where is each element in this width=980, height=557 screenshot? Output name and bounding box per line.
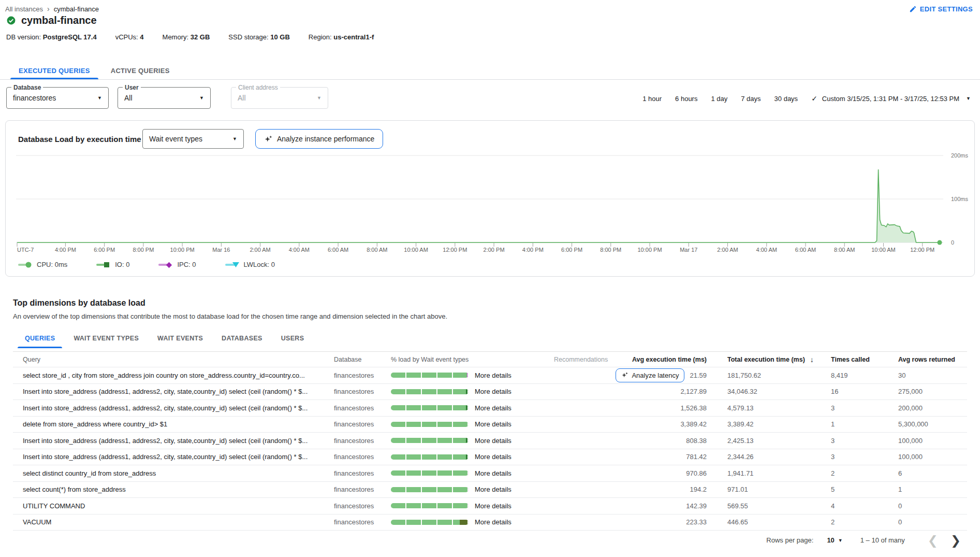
table-row[interactable]: UTILITY COMMANDfinancestoresMore details…: [13, 498, 967, 515]
table-row[interactable]: Insert into store_address (address1, add…: [13, 384, 967, 401]
column-header-avg[interactable]: Avg execution time (ms): [603, 356, 707, 363]
query-text[interactable]: VACUUM: [13, 518, 334, 526]
edit-settings-label: EDIT SETTINGS: [920, 5, 973, 13]
query-text[interactable]: Insert into store_address (address1, add…: [13, 453, 334, 461]
analyze-instance-performance-button[interactable]: Analyze instance performance: [255, 129, 383, 149]
times-called-cell: 16: [826, 388, 893, 395]
column-header-times[interactable]: Times called: [826, 356, 893, 363]
more-details-link[interactable]: More details: [475, 404, 511, 412]
next-page-button[interactable]: ❯: [944, 534, 967, 547]
x-axis-label: 4:00 PM: [512, 247, 553, 253]
more-details-link[interactable]: More details: [475, 437, 511, 445]
meta-item: Memory: 32 GB: [163, 33, 210, 41]
dimension-tab-wait-event-types[interactable]: WAIT EVENT TYPES: [64, 330, 148, 347]
more-details-link[interactable]: More details: [475, 453, 511, 461]
user-filter[interactable]: UserAll▼: [118, 87, 211, 109]
more-details-link[interactable]: More details: [475, 469, 511, 477]
time-preset-1-hour[interactable]: 1 hour: [642, 95, 662, 103]
time-preset-7-days[interactable]: 7 days: [741, 95, 760, 103]
times-called-cell: 2: [826, 469, 893, 477]
table-row[interactable]: select distinct country_id from store_ad…: [13, 465, 967, 482]
analyze-latency-button[interactable]: Analyze latency: [616, 368, 684, 382]
column-header-rows[interactable]: Avg rows returned: [893, 356, 967, 363]
table-row[interactable]: VACUUMfinancestoresMore details223.33446…: [13, 515, 967, 531]
dimension-select[interactable]: Wait event types ▼: [142, 129, 244, 149]
query-text[interactable]: select count(*) from store_address: [13, 485, 334, 493]
total-execution-time-cell: 34,046.32: [707, 388, 826, 395]
time-preset-6-hours[interactable]: 6 hours: [675, 95, 697, 103]
chevron-down-icon: ▼: [97, 95, 102, 101]
total-execution-time-cell: 2,425.13: [707, 437, 826, 445]
total-execution-time-cell: 3,389.42: [707, 420, 826, 428]
avg-rows-returned-cell: 5,300,000: [893, 420, 967, 428]
query-text[interactable]: Insert into store_address (address1, add…: [13, 437, 334, 445]
query-text[interactable]: select distinct country_id from store_ad…: [13, 469, 334, 477]
avg-execution-time-cell: 142.39: [603, 502, 707, 510]
tab-executed-queries[interactable]: EXECUTED QUERIES: [8, 62, 100, 79]
table-row[interactable]: delete from store_address where country_…: [13, 417, 967, 433]
more-details-link[interactable]: More details: [475, 485, 511, 493]
database-name: financestores: [334, 485, 391, 493]
load-cell: More details: [391, 437, 554, 445]
filters-row: 1 hour6 hours1 day7 days30 days✓Custom 3…: [0, 83, 980, 114]
times-called-cell: 4: [826, 502, 893, 510]
custom-time-range[interactable]: ✓Custom 3/15/25, 1:31 PM - 3/17/25, 12:5…: [811, 94, 971, 103]
query-text[interactable]: select store_id , city from store_addres…: [13, 372, 334, 379]
query-text[interactable]: Insert into store_address (address1, add…: [13, 388, 334, 395]
avg-execution-time-cell: 2,127.89: [603, 388, 707, 395]
avg-rows-returned-cell: 100,000: [893, 453, 967, 461]
previous-page-button[interactable]: ❮: [922, 534, 944, 547]
table-row[interactable]: Insert into store_address (address1, add…: [13, 433, 967, 449]
table-row[interactable]: Insert into store_address (address1, add…: [13, 400, 967, 417]
x-axis-label: 6:00 AM: [317, 247, 359, 253]
database-load-chart[interactable]: [16, 147, 943, 248]
database-filter[interactable]: Databasefinancestores▼: [6, 87, 109, 109]
database-name: financestores: [334, 502, 391, 510]
rows-per-page-label: Rows per page:: [766, 536, 813, 544]
column-header-total[interactable]: Total execution time (ms)↓: [707, 355, 826, 364]
instance-meta: DB version: PostgreSQL 17.4vCPUs: 4Memor…: [6, 33, 374, 41]
load-chart-title: Database Load by execution time: [18, 135, 142, 144]
meta-item: vCPUs: 4: [115, 33, 144, 41]
x-axis-label: 8:00 PM: [590, 247, 632, 253]
dimension-tab-queries[interactable]: QUERIES: [16, 330, 64, 347]
y-axis-label: 0: [951, 239, 975, 246]
query-text[interactable]: UTILITY COMMAND: [13, 502, 334, 510]
table-header-row: QueryDatabase% load by Wait event typesR…: [13, 352, 967, 367]
load-cell: More details: [391, 469, 554, 477]
load-bar: [391, 438, 469, 443]
dimension-tab-users[interactable]: USERS: [272, 330, 314, 347]
x-axis-label: 12:00 PM: [902, 247, 943, 253]
x-axis-label: 2:00 AM: [707, 247, 749, 253]
table-row[interactable]: select count(*) from store_addressfinanc…: [13, 482, 967, 498]
spark-icon: [264, 135, 273, 144]
more-details-link[interactable]: More details: [475, 420, 511, 428]
time-preset-1-day[interactable]: 1 day: [711, 95, 727, 103]
io-series-icon: [96, 261, 110, 268]
dimension-tab-wait-events[interactable]: WAIT EVENTS: [148, 330, 212, 347]
load-cell: More details: [391, 485, 554, 493]
table-row[interactable]: Insert into store_address (address1, add…: [13, 449, 967, 466]
table-row[interactable]: select store_id , city from store_addres…: [13, 367, 967, 384]
query-text[interactable]: Insert into store_address (address1, add…: [13, 404, 334, 412]
rows-per-page-select[interactable]: 10 ▼: [827, 536, 842, 544]
breadcrumb-all-instances[interactable]: All instances: [5, 5, 43, 13]
load-bar: [391, 454, 469, 460]
database-name: financestores: [334, 404, 391, 412]
query-text[interactable]: delete from store_address where country_…: [13, 420, 334, 428]
dimension-tab-databases[interactable]: DATABASES: [212, 330, 272, 347]
total-execution-time-cell: 1,941.71: [707, 469, 826, 477]
x-axis-label: 10:00 PM: [629, 247, 670, 253]
y-axis-label: 200ms: [951, 152, 975, 159]
edit-settings-button[interactable]: EDIT SETTINGS: [909, 5, 973, 13]
more-details-link[interactable]: More details: [475, 372, 511, 379]
avg-rows-returned-cell: 0: [893, 518, 967, 526]
tab-active-queries[interactable]: ACTIVE QUERIES: [100, 62, 180, 79]
meta-item: DB version: PostgreSQL 17.4: [6, 33, 97, 41]
time-preset-30-days[interactable]: 30 days: [774, 95, 798, 103]
database-name: financestores: [334, 518, 391, 526]
more-details-link[interactable]: More details: [475, 388, 511, 395]
more-details-link[interactable]: More details: [475, 518, 511, 526]
dimension-tabs: QUERIESWAIT EVENT TYPESWAIT EVENTSDATABA…: [13, 330, 967, 347]
more-details-link[interactable]: More details: [475, 502, 511, 510]
